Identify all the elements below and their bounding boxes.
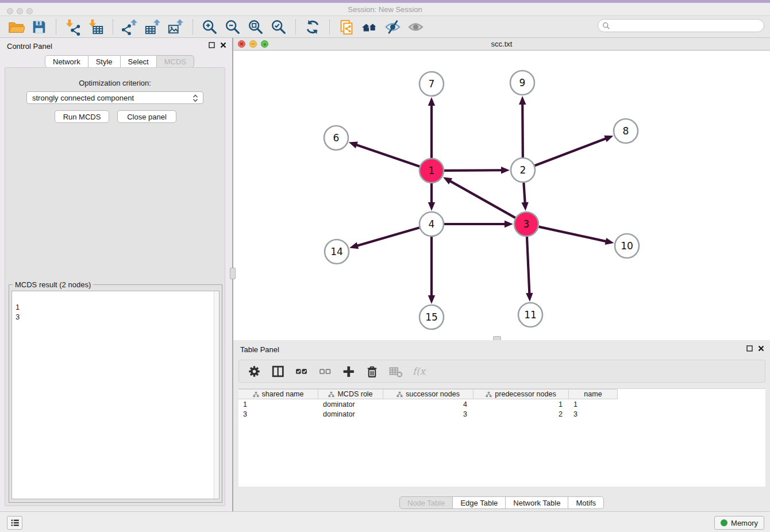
node-15[interactable]: 15 bbox=[419, 305, 444, 329]
edge-2-8[interactable] bbox=[535, 138, 607, 165]
gear-button[interactable] bbox=[246, 363, 262, 379]
table-tab-edge-table[interactable]: Edge Table bbox=[452, 496, 506, 509]
edge-arrow-3-11 bbox=[526, 293, 533, 302]
node-11[interactable]: 11 bbox=[518, 303, 542, 327]
show-graphics-details-icon bbox=[407, 18, 424, 36]
edge-1-2[interactable] bbox=[444, 170, 502, 171]
table-cell[interactable]: dominator bbox=[318, 409, 383, 419]
table-cell[interactable]: 3 bbox=[569, 409, 618, 419]
table-cell[interactable]: 4 bbox=[383, 399, 473, 409]
column-header-predecessor-nodes[interactable]: predecessor nodes bbox=[473, 390, 569, 399]
zoom-selected-button[interactable] bbox=[267, 17, 290, 37]
deselect-all-button[interactable] bbox=[317, 363, 333, 379]
edge-2-3[interactable] bbox=[523, 183, 525, 203]
tab-style[interactable]: Style bbox=[88, 55, 121, 68]
network-view-titlebar: ✕ − ＋ scc.txt bbox=[233, 38, 770, 51]
select-all-button[interactable] bbox=[293, 363, 309, 379]
node-label: 9 bbox=[519, 77, 526, 88]
status-bar: Memory bbox=[0, 511, 770, 532]
task-history-button[interactable] bbox=[7, 516, 22, 530]
vertical-splitter-grip[interactable] bbox=[230, 268, 236, 279]
edge-3-10[interactable] bbox=[538, 227, 606, 242]
node-7[interactable]: 7 bbox=[419, 72, 444, 96]
column-header-shared-name[interactable]: shared name bbox=[238, 390, 318, 399]
column-header-successor-nodes[interactable]: successor nodes bbox=[383, 390, 473, 399]
table-tab-network-table[interactable]: Network Table bbox=[505, 496, 568, 509]
open-session-button[interactable] bbox=[5, 17, 28, 37]
node-8[interactable]: 8 bbox=[614, 119, 638, 143]
node-label: 3 bbox=[523, 218, 530, 230]
tab-mcds[interactable]: MCDS bbox=[156, 55, 194, 68]
criterion-dropdown[interactable]: strongly connected component bbox=[26, 91, 203, 104]
edge-4-14[interactable] bbox=[357, 228, 419, 246]
table-cell[interactable]: 1 bbox=[569, 399, 618, 409]
close-panel-icon[interactable] bbox=[220, 42, 226, 48]
export-network-button[interactable] bbox=[118, 17, 141, 37]
import-table-button[interactable] bbox=[84, 17, 107, 37]
node-10[interactable]: 10 bbox=[615, 234, 639, 258]
float-panel-icon[interactable] bbox=[209, 42, 215, 48]
edge-3-1[interactable] bbox=[449, 181, 515, 218]
zoom-in-button[interactable] bbox=[198, 17, 221, 37]
node-label: 14 bbox=[330, 246, 343, 257]
node-2[interactable]: 2 bbox=[511, 158, 535, 182]
close-panel-button[interactable]: Close panel bbox=[117, 110, 176, 123]
node-9[interactable]: 9 bbox=[510, 71, 534, 95]
tab-select[interactable]: Select bbox=[120, 55, 157, 68]
table-panel-title: Table Panel bbox=[240, 345, 279, 354]
run-mcds-button[interactable]: Run MCDS bbox=[55, 110, 109, 123]
table-cell[interactable]: 3 bbox=[383, 409, 473, 419]
add-row-button[interactable] bbox=[340, 363, 356, 379]
column-header-name[interactable]: name bbox=[569, 390, 618, 399]
edge-3-11[interactable] bbox=[527, 237, 529, 294]
node-6[interactable]: 6 bbox=[324, 126, 348, 150]
close-table-panel-icon[interactable] bbox=[758, 345, 764, 352]
mcds-result-textarea[interactable]: 1 3 bbox=[11, 291, 220, 499]
export-table-button[interactable] bbox=[141, 17, 164, 37]
memory-button[interactable]: Memory bbox=[714, 516, 764, 530]
edge-arrow-4-15 bbox=[428, 295, 435, 304]
split-columns-button[interactable] bbox=[270, 363, 286, 379]
control-panel: Control Panel NetworkStyleSelectMCDS Opt… bbox=[0, 38, 233, 511]
hide-graphics-details-button[interactable] bbox=[381, 17, 404, 37]
search-box[interactable] bbox=[598, 19, 764, 32]
control-panel-tabs: NetworkStyleSelectMCDS bbox=[45, 55, 194, 68]
table-row[interactable]: 1dominator411 bbox=[238, 399, 618, 409]
save-session-icon bbox=[30, 18, 48, 36]
node-14[interactable]: 14 bbox=[325, 240, 349, 264]
edge-2-9[interactable] bbox=[522, 103, 523, 157]
table-cell[interactable]: 2 bbox=[473, 409, 569, 419]
table-cell[interactable]: 3 bbox=[238, 409, 318, 419]
table-tab-motifs[interactable]: Motifs bbox=[568, 496, 604, 509]
memory-label: Memory bbox=[731, 519, 758, 527]
first-neighbors-button[interactable] bbox=[358, 17, 381, 37]
node-3[interactable]: 3 bbox=[514, 212, 538, 236]
import-network-button[interactable] bbox=[61, 17, 84, 37]
zoom-out-button[interactable] bbox=[221, 17, 244, 37]
table-cell[interactable]: 1 bbox=[238, 399, 318, 409]
table-toolbar: f(x) bbox=[238, 360, 765, 383]
table-cell[interactable]: 1 bbox=[473, 399, 569, 409]
control-panel-title: Control Panel bbox=[7, 42, 52, 51]
result-scrollbar[interactable] bbox=[214, 291, 219, 499]
zoom-fit-button[interactable] bbox=[244, 17, 267, 37]
search-input[interactable] bbox=[613, 21, 760, 30]
save-session-button[interactable] bbox=[28, 17, 51, 37]
node-4[interactable]: 4 bbox=[419, 212, 444, 236]
edge-1-6[interactable] bbox=[356, 145, 419, 167]
float-table-panel-icon[interactable] bbox=[746, 345, 753, 352]
export-image-button[interactable] bbox=[164, 17, 187, 37]
table-tab-node-table[interactable]: Node Table bbox=[399, 496, 453, 509]
network-canvas[interactable]: 7968124314101511 bbox=[233, 51, 770, 340]
column-header-mcds-role[interactable]: MCDS role bbox=[318, 390, 383, 399]
delete-row-button[interactable] bbox=[364, 363, 380, 379]
table-cell[interactable]: dominator bbox=[318, 399, 383, 409]
clone-network-button[interactable] bbox=[335, 17, 358, 37]
export-image-icon bbox=[167, 18, 184, 36]
delete-row-icon bbox=[365, 364, 379, 379]
table-row[interactable]: 3dominator323 bbox=[238, 409, 618, 419]
tab-network[interactable]: Network bbox=[45, 55, 88, 68]
apply-layout-button[interactable] bbox=[301, 17, 324, 37]
application-window: Session: New Session Control Panel Netwo… bbox=[0, 0, 770, 532]
node-1[interactable]: 1 bbox=[419, 159, 444, 183]
